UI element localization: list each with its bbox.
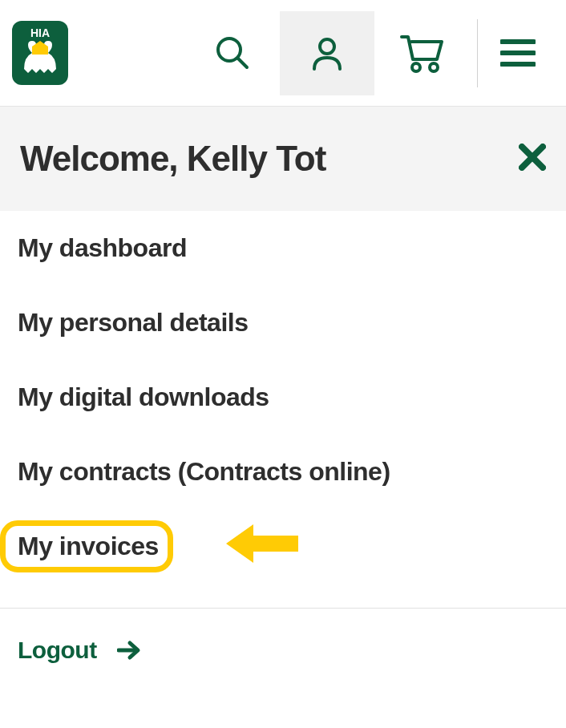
arrow-indicator xyxy=(226,521,298,572)
close-button[interactable] xyxy=(519,144,546,174)
welcome-greeting: Welcome, Kelly Tot xyxy=(20,139,325,179)
menu-item-label: My personal details xyxy=(18,308,248,337)
account-menu: My dashboard My personal details My digi… xyxy=(0,211,566,584)
cart-button[interactable] xyxy=(374,11,469,95)
arrow-right-icon xyxy=(117,640,141,661)
logo-text: HIA xyxy=(30,26,50,39)
arrow-left-icon xyxy=(226,521,298,566)
menu-item-dashboard[interactable]: My dashboard xyxy=(18,211,548,285)
search-icon xyxy=(213,34,252,72)
user-icon xyxy=(308,34,346,72)
svg-point-5 xyxy=(430,63,438,71)
menu-item-label: My contracts (Contracts online) xyxy=(18,457,390,486)
account-button[interactable] xyxy=(280,11,374,95)
hia-logo[interactable]: HIA xyxy=(12,21,68,85)
search-button[interactable] xyxy=(185,11,280,95)
logout-label: Logout xyxy=(18,637,97,664)
menu-item-personal-details[interactable]: My personal details xyxy=(18,285,548,360)
menu-item-digital-downloads[interactable]: My digital downloads xyxy=(18,360,548,435)
menu-item-label: My dashboard xyxy=(18,233,187,262)
toolbar-divider xyxy=(477,19,478,87)
cart-icon xyxy=(398,32,445,74)
svg-point-4 xyxy=(412,63,420,71)
menu-item-label: My digital downloads xyxy=(18,382,269,411)
hamburger-icon xyxy=(500,38,536,67)
welcome-panel: Welcome, Kelly Tot xyxy=(0,107,566,211)
menu-button[interactable] xyxy=(486,11,550,95)
app-header: HIA xyxy=(0,0,566,107)
menu-item-label: My invoices xyxy=(18,532,159,560)
svg-point-3 xyxy=(320,39,334,54)
logout-button[interactable]: Logout xyxy=(0,609,566,692)
svg-line-2 xyxy=(238,59,247,67)
menu-item-invoices[interactable]: My invoices xyxy=(18,509,548,584)
close-icon xyxy=(519,144,546,171)
menu-item-contracts[interactable]: My contracts (Contracts online) xyxy=(18,435,548,509)
header-toolbar xyxy=(185,11,550,95)
